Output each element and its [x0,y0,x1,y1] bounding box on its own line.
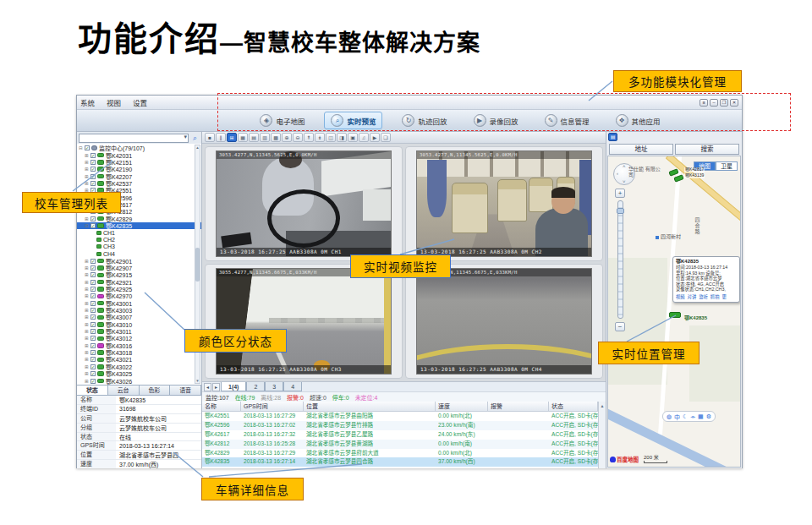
fullscreen-icon[interactable]: ❏ [381,133,391,142]
video-cell-ch2[interactable]: 3053.4277,N,11345.5625,E,0.0KM/H 13-03-2… [405,146,603,261]
tree-item[interactable]: ⊞✓鄂K43001 [77,300,201,307]
main-stream-icon[interactable]: ◫ [326,133,336,142]
page-tab[interactable]: 3 [265,382,283,391]
checkbox-icon[interactable]: ✓ [91,301,96,306]
chevron-down-icon[interactable]: ▾ [184,134,187,140]
checkbox-icon[interactable]: ✓ [91,314,96,320]
tooltip-link[interactable]: 视频 [676,293,685,300]
map-settings-icon[interactable]: ⚙ [706,413,711,420]
tree-item[interactable]: ⊞✓鄂K42151 [77,159,201,166]
checkbox-icon[interactable]: ✓ [91,272,96,277]
tree-item[interactable]: ⊞✓鄂K43018 [77,349,201,356]
checkbox-icon[interactable]: ✓ [91,308,96,313]
tree-item[interactable]: ⊞✓鄂K42537 [77,180,201,187]
zoom-out-button[interactable]: − [615,322,625,331]
tree-channel-item[interactable]: CH2 [77,236,201,243]
tree-item[interactable]: ⊞✓鄂K42921 [77,279,201,286]
video-ch1[interactable]: 3053.4277,N,11345.5625,E,0.0KM/H 13-03-2… [216,150,392,257]
checkbox-icon[interactable]: ✓ [91,336,96,341]
expand-icon[interactable]: ⊞ [85,371,91,376]
expand-icon[interactable]: ⊞ [85,167,91,172]
expand-icon[interactable]: ⊞ [85,181,91,186]
page-down-icon[interactable]: ↡ [315,133,325,142]
zoom-handle[interactable] [617,208,624,214]
audio-mute-icon[interactable]: ♫ [359,133,369,142]
expand-icon[interactable]: ⊞ [85,308,91,313]
tree-item[interactable]: ⊞✓鄂K43003 [77,307,201,314]
tooltip-link[interactable]: 监听 [699,293,708,300]
tree-item[interactable]: ⊞✓鄂K43021 [77,356,201,363]
map-canvas[interactable]: ˄ ˅ ‹ › + − 地图 卫星 华仕範 有限公司 鄂K428 [607,156,741,468]
expand-icon[interactable]: ⊞ [85,216,91,221]
table-row[interactable]: 鄂K426172018-03-13 16:27:32湖北省孝感市云梦县乙屋路24… [202,430,606,440]
tree-item[interactable]: ⊟✓鄂K42835 [77,222,201,229]
scroll-up-icon[interactable]: ▲ [195,145,199,150]
snapshot-icon[interactable]: ▣ [348,133,358,142]
menu-item[interactable]: 系统 [80,97,95,107]
column-header[interactable]: 名称 [202,402,241,411]
expand-icon[interactable]: ⊞ [85,293,91,298]
checkbox-icon[interactable]: ✓ [85,145,90,150]
checkbox-icon[interactable]: ✓ [91,364,96,369]
column-header[interactable]: 报警 [488,402,549,411]
pan-down-icon[interactable]: ˅ [623,179,626,184]
tooltip-link[interactable]: 对讲 [688,293,697,300]
checkbox-icon[interactable]: ✓ [91,322,96,327]
video-ch2[interactable]: 3053.4277,N,11345.5625,E,0.0KM/H 13-03-2… [416,150,592,257]
expand-icon[interactable]: ⊞ [85,280,91,285]
pan-left-icon[interactable]: ‹ [617,171,618,176]
hand-pan-icon[interactable]: ☾ [683,413,688,420]
tab-3[interactable]: 色彩 [140,385,171,396]
expand-icon[interactable]: ⊞ [85,259,91,264]
grid-10-icon[interactable]: ▥ [260,133,270,142]
table-row[interactable]: 鄂K428122018-03-13 16:25:28湖北省孝感市云梦县黄湖路0.… [202,440,606,449]
video-cell-ch3[interactable]: 3055.4277,N,11345.6675,E,033KM/H 13-03-2… [205,264,403,379]
checkbox-icon[interactable]: ✓ [91,379,96,384]
checkbox-icon[interactable]: ✓ [91,216,96,221]
scroll-down-icon[interactable]: ▼ [195,379,199,383]
checkbox-icon[interactable]: ✓ [91,357,96,362]
tree-search-combobox[interactable]: ▾ [79,134,189,143]
satellite-layer-button[interactable]: 卫星 [716,161,738,171]
grid-16-icon[interactable]: ▩ [271,133,281,142]
address-button[interactable]: 地址 [609,144,673,155]
checkbox-icon[interactable]: ✓ [91,174,96,179]
tree-item[interactable]: ⊞✓鄂K42031 [77,151,201,158]
zoom-in-icon[interactable]: ⊕ [282,133,292,142]
tree-item[interactable]: ⊞✓鄂K42925 [77,286,201,293]
pan-up-icon[interactable]: ˄ [623,164,626,169]
expand-icon[interactable]: ⊞ [85,379,91,384]
video-ch4[interactable]: 3055.4277,N,11345.6675,E,033KM/H 13-03-2… [416,268,592,375]
expand-icon[interactable]: ⊞ [85,357,91,362]
keyboard-icon[interactable]: ▦ [698,413,704,420]
tree-item[interactable]: ⊞✓鄂K43007 [77,314,201,320]
tree-channel-item[interactable]: CH3 [77,243,201,250]
expand-icon[interactable]: ⊞ [85,174,91,179]
checkbox-icon[interactable]: ✓ [91,293,96,298]
checkbox-icon[interactable]: ✓ [91,223,96,228]
tree-item[interactable]: ⊞✓鄂K42915 [77,271,201,278]
expand-icon[interactable]: ⊞ [85,364,91,369]
expand-icon[interactable]: ⊞ [85,272,91,277]
expand-icon[interactable]: ⊞ [85,301,91,306]
panel-toggle-icon[interactable]: ▤ [608,133,617,141]
checkbox-icon[interactable]: ✓ [91,167,96,172]
column-header[interactable]: 位置 [304,402,436,411]
chinese-input-icon[interactable]: 中 [674,413,680,421]
tree-item[interactable]: ⊞✓鄂K43011 [77,328,201,335]
zoom-out-icon[interactable]: ⊖ [293,133,303,142]
video-ch3[interactable]: 3055.4277,N,11345.6675,E,033KM/H 13-03-2… [216,268,392,375]
table-scrollbar[interactable]: ▲ [598,402,606,468]
table-row[interactable]: 鄂K428292018-03-13 16:27:29湖北省孝感市云梦县府前大道0… [202,449,606,458]
tree-item[interactable]: ⊞✓鄂K43016 [77,342,201,349]
checkbox-icon[interactable]: ✓ [91,350,96,355]
table-row[interactable]: 鄂K425962018-03-13 16:27:02湖北省孝感市云梦县竹排路23… [202,421,606,430]
checkbox-icon[interactable]: ✓ [91,280,96,285]
selected-vehicle-marker[interactable] [669,312,681,318]
pager-next-icon[interactable]: ▸ [212,383,220,391]
world-icon[interactable]: ◍ [667,413,672,420]
expand-icon[interactable]: ⊞ [85,350,91,355]
checkbox-icon[interactable]: ✓ [91,287,96,292]
stop-all-icon[interactable]: ■ [205,133,215,142]
checkbox-icon[interactable]: ✓ [91,160,96,165]
